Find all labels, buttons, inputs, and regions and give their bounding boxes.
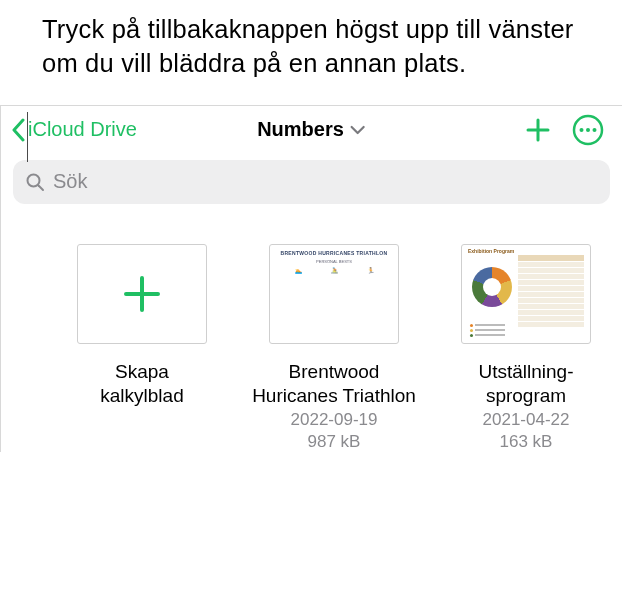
svg-point-3 [593, 128, 597, 132]
tile-title: Brentwood Huricanes Triathlon [244, 360, 424, 408]
chevron-down-icon [350, 125, 366, 135]
document-grid: Skapa kalkylblad BRENTWOOD HURRICANES TR… [1, 214, 622, 452]
svg-point-4 [28, 174, 40, 186]
svg-point-1 [580, 128, 584, 132]
add-button[interactable] [524, 116, 552, 144]
back-label: iCloud Drive [28, 118, 137, 141]
search-input[interactable]: Sök [13, 160, 610, 204]
tile-date: 2022-09-19 [291, 409, 378, 430]
plus-icon [120, 272, 164, 316]
title-dropdown[interactable]: Numbers [257, 118, 366, 141]
app-window: iCloud Drive Numbers [0, 105, 622, 452]
search-icon [25, 172, 45, 192]
create-spreadsheet-tile[interactable]: Skapa kalkylblad [57, 244, 227, 410]
tile-size: 163 kB [500, 431, 553, 452]
document-thumbnail: BRENTWOOD HURRICANES TRIATHLON PERSONAL … [269, 244, 399, 344]
document-tile[interactable]: Exhibition Program Utställning- sprog [441, 244, 611, 452]
tile-title: Skapa kalkylblad [52, 360, 232, 408]
create-thumbnail [77, 244, 207, 344]
instruction-callout: Tryck på tillbakaknappen högst upp till … [0, 0, 622, 99]
document-thumbnail: Exhibition Program [461, 244, 591, 344]
more-button[interactable] [572, 114, 604, 146]
tile-size: 987 kB [308, 431, 361, 452]
svg-point-2 [586, 128, 590, 132]
search-placeholder: Sök [53, 170, 87, 193]
navigation-bar: iCloud Drive Numbers [1, 106, 622, 154]
page-title: Numbers [257, 118, 344, 141]
tile-title: Utställning- sprogram [436, 360, 616, 408]
back-button[interactable]: iCloud Drive [11, 118, 137, 142]
chevron-left-icon [11, 118, 26, 142]
tile-date: 2021-04-22 [483, 409, 570, 430]
document-tile[interactable]: BRENTWOOD HURRICANES TRIATHLON PERSONAL … [249, 244, 419, 452]
